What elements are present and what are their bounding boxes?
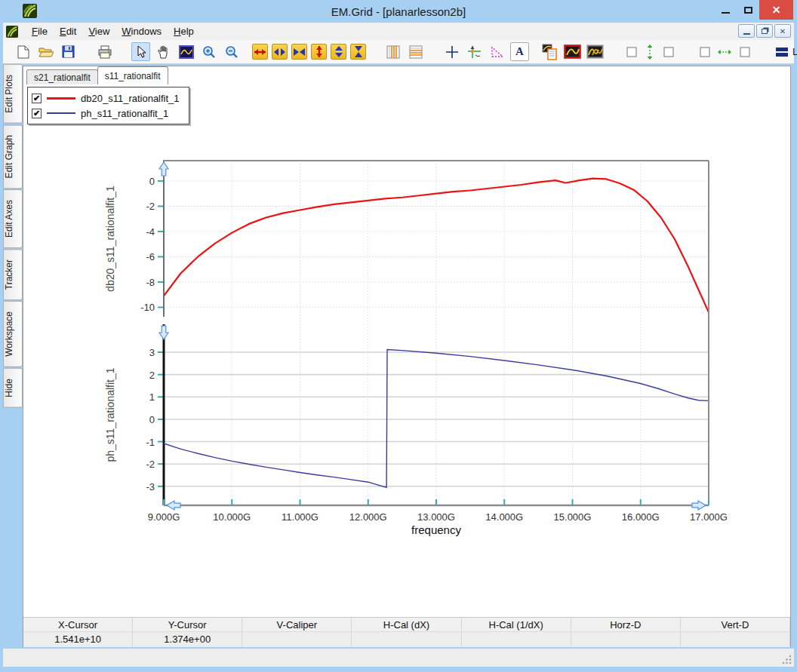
menu-edit[interactable]: Edit xyxy=(54,24,82,38)
status-col-v-caliper: V-Caliper xyxy=(242,618,352,631)
minimize-button[interactable] xyxy=(714,0,737,20)
title-bar: EM.Grid - [planarlesson2b] ✕ xyxy=(0,0,797,23)
close-button[interactable]: ✕ xyxy=(759,0,793,20)
svg-text:-2: -2 xyxy=(146,201,155,212)
single-plot-window-button[interactable] xyxy=(563,42,582,61)
svg-text:13.000G: 13.000G xyxy=(417,511,455,523)
sidebar-item-edit-axes[interactable]: Edit Axes xyxy=(3,189,23,248)
shrink-x-icon xyxy=(293,48,306,57)
print-button[interactable] xyxy=(95,42,114,61)
expand-y-axis-button[interactable] xyxy=(331,44,346,60)
plot-area[interactable]: 0-2-4-6-8-10db20_s11_rationalfit_13210-1… xyxy=(23,84,787,617)
open-file-button[interactable] xyxy=(36,42,55,61)
svg-text:-4: -4 xyxy=(146,226,155,238)
menu-help[interactable]: Help xyxy=(168,24,200,38)
menu-windows[interactable]: Windows xyxy=(115,24,168,38)
status-col-hcal-dx: H-Cal (dX) xyxy=(352,618,461,631)
tab-s11-rationalfit[interactable]: s11_rationalfit xyxy=(97,66,168,84)
svg-text:17.000G: 17.000G xyxy=(690,511,728,523)
h-sync-left-checkbox[interactable] xyxy=(695,42,714,61)
zoom-in-button[interactable] xyxy=(199,42,218,61)
crosshair-icon xyxy=(445,45,459,59)
menu-view[interactable]: View xyxy=(82,24,115,38)
select-tool-button[interactable] xyxy=(131,42,150,61)
maximize-button[interactable] xyxy=(737,0,759,20)
tracker-cursor-button[interactable] xyxy=(465,42,484,61)
plot-report-button[interactable] xyxy=(540,42,559,61)
horizontal-markers-button[interactable] xyxy=(406,42,425,61)
multi-plot-window-button[interactable] xyxy=(586,42,605,61)
svg-text:-2: -2 xyxy=(146,459,155,470)
svg-text:15.000G: 15.000G xyxy=(554,511,592,523)
menu-file[interactable]: File xyxy=(26,24,54,38)
toolbar: A La xyxy=(3,40,794,64)
svg-text:-1: -1 xyxy=(146,437,155,448)
shrink-y-axis-button[interactable] xyxy=(350,44,366,60)
delta-measure-button[interactable] xyxy=(488,42,506,61)
plot-canvas[interactable]: ✔ db20_s11_rationalfit_1 ✔ ph_s11_ration… xyxy=(23,84,790,617)
pan-tool-button[interactable] xyxy=(154,42,173,61)
h-sync-right-checkbox[interactable] xyxy=(735,42,754,61)
graph-tab-bar: s21_rationalfit s11_rationalfit xyxy=(23,66,790,84)
legend-checkbox[interactable]: ✔ xyxy=(32,94,42,103)
checkbox-icon xyxy=(663,47,674,57)
resize-grip-icon[interactable] xyxy=(782,655,792,664)
status-col-hcal-1dx: H-Cal (1/dX) xyxy=(462,618,571,631)
print-icon xyxy=(98,45,112,59)
h-fit-indicator[interactable] xyxy=(718,42,731,61)
sidebar-item-edit-graph[interactable]: Edit Graph xyxy=(3,124,23,189)
new-document-button[interactable] xyxy=(14,42,32,61)
v-fit-indicator[interactable] xyxy=(645,42,655,61)
application-window: EM.Grid - [planarlesson2b] ✕ File Edit V… xyxy=(0,0,797,672)
svg-text:-6: -6 xyxy=(146,251,155,262)
sidebar-item-edit-plots[interactable]: Edit Plots xyxy=(3,64,23,124)
checkbox-icon xyxy=(700,47,710,57)
zoom-region-button[interactable] xyxy=(177,42,195,61)
mdi-close-button[interactable]: ✕ xyxy=(774,24,791,38)
app-status-strip xyxy=(3,649,794,667)
zoom-out-icon xyxy=(225,45,238,59)
svg-text:ph_s11_rationalfit_1: ph_s11_rationalfit_1 xyxy=(104,367,116,462)
checkbox-icon xyxy=(626,47,637,57)
crosshair-cursor-button[interactable] xyxy=(442,42,461,61)
sidebar-item-workspace[interactable]: Workspace xyxy=(3,301,23,367)
v-sync-right-checkbox[interactable] xyxy=(659,42,678,61)
h-fit-dashed-icon xyxy=(718,48,731,56)
save-button[interactable] xyxy=(59,42,78,61)
svg-text:14.000G: 14.000G xyxy=(485,511,523,523)
shrink-y-icon xyxy=(354,45,363,58)
legend-checkbox[interactable]: ✔ xyxy=(32,109,42,118)
text-annotation-button[interactable]: A xyxy=(510,42,529,61)
v-sync-left-checkbox[interactable] xyxy=(622,42,641,61)
zoom-out-button[interactable] xyxy=(222,42,241,61)
tab-s21-rationalfit[interactable]: s21_rationalfit xyxy=(26,69,98,84)
mdi-minimize-button[interactable] xyxy=(738,24,755,38)
svg-text:db20_s11_rationalfit_1: db20_s11_rationalfit_1 xyxy=(104,186,116,292)
svg-text:0: 0 xyxy=(149,414,155,425)
legend-item-db20[interactable]: ✔ db20_s11_rationalfit_1 xyxy=(32,91,180,106)
new-document-icon xyxy=(17,45,29,59)
full-x-axis-button[interactable] xyxy=(252,44,268,60)
svg-text:-10: -10 xyxy=(140,302,155,313)
legend-item-ph[interactable]: ✔ ph_s11_rationalfit_1 xyxy=(32,106,180,121)
svg-text:2: 2 xyxy=(149,370,155,381)
vertical-markers-button[interactable] xyxy=(383,42,402,61)
svg-text:11.000G: 11.000G xyxy=(282,511,318,523)
legend-line-swatch-red xyxy=(47,97,75,100)
legend-line-swatch-blue xyxy=(47,112,75,114)
full-y-arrow-icon xyxy=(315,45,324,58)
sidebar-item-tracker[interactable]: Tracker xyxy=(3,249,23,300)
graph-document-window: s21_rationalfit s11_rationalfit ✔ db20_s… xyxy=(23,66,791,647)
sidebar-item-hide[interactable]: Hide xyxy=(3,368,23,408)
single-plot-icon xyxy=(564,44,581,59)
app-logo-icon xyxy=(23,4,37,18)
mdi-restore-button[interactable] xyxy=(756,24,773,38)
workspace: Edit Plots Edit Graph Edit Axes Tracker … xyxy=(3,64,794,667)
expand-x-axis-button[interactable] xyxy=(272,44,288,60)
full-y-axis-button[interactable] xyxy=(311,44,327,60)
app-logo-icon-small xyxy=(6,26,18,38)
layout-dropdown-button[interactable]: Layout ▾ xyxy=(771,44,797,60)
status-value-x-cursor: 1.541e+10 xyxy=(23,632,133,647)
shrink-x-axis-button[interactable] xyxy=(291,44,307,60)
svg-text:-3: -3 xyxy=(146,481,155,492)
